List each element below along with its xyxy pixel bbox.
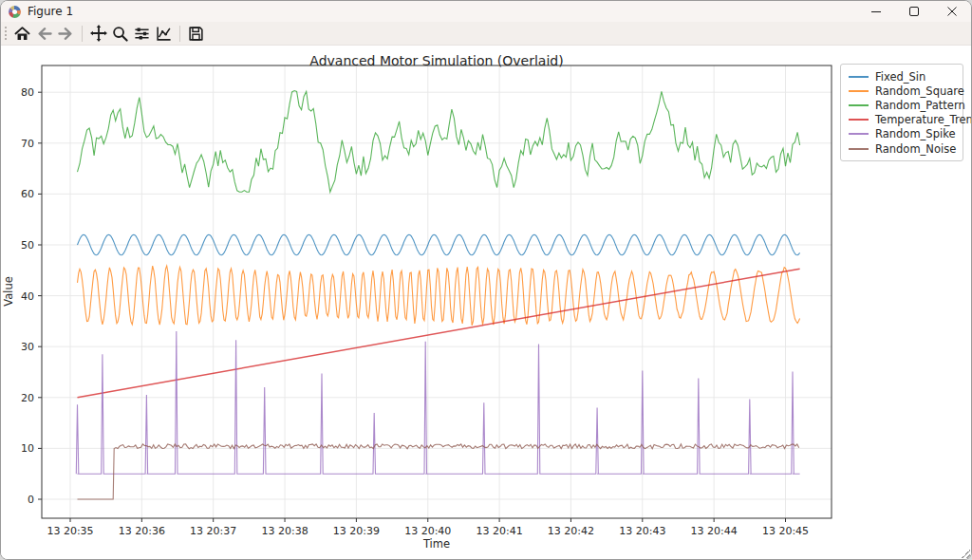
line-chart-icon (156, 26, 172, 42)
toolbar-drag-handle[interactable] (4, 26, 8, 41)
figure-canvas: Advanced Motor Simulation (Overlaid) 13 … (1, 46, 972, 560)
x-tick-label: 13 20:36 (119, 525, 165, 537)
legend-swatch (849, 119, 869, 121)
legend-item: Random_Noise (849, 141, 956, 156)
x-tick-label: 13 20:41 (476, 525, 522, 537)
grid (42, 65, 832, 518)
legend-item: Random_Spike (849, 127, 956, 141)
x-tick-label: 13 20:44 (691, 525, 738, 537)
y-tick-label: 80 (21, 86, 34, 99)
forward-arrow-icon (58, 26, 74, 42)
close-icon (947, 7, 957, 16)
axes-spines (42, 65, 832, 518)
minimize-button[interactable] (857, 1, 895, 22)
resize-grip[interactable] (962, 550, 970, 558)
series-Random_Noise (78, 444, 799, 499)
series-Temperature_Trend (78, 269, 800, 398)
x-tick-label: 13 20:39 (333, 525, 380, 537)
home-button[interactable] (12, 24, 32, 44)
x-tick-label: 13 20:43 (619, 525, 665, 537)
save-button[interactable] (186, 24, 206, 44)
pan-button[interactable] (88, 24, 108, 44)
x-axis-label: Time (42, 537, 832, 551)
forward-button[interactable] (56, 24, 76, 44)
figure-window: Figure 1 (0, 0, 972, 560)
floppy-disk-icon (188, 26, 204, 42)
y-tick-label: 60 (21, 188, 34, 200)
titlebar[interactable]: Figure 1 (1, 1, 971, 22)
x-tick-label: 13 20:40 (404, 525, 451, 537)
window-title: Figure 1 (28, 5, 73, 18)
y-axis-label: Value (2, 177, 15, 405)
configure-subplots-button[interactable] (132, 24, 152, 44)
series-Random_Pattern (78, 91, 800, 193)
matplotlib-logo-icon (9, 6, 21, 18)
legend-item: Temperature_Trend (849, 113, 956, 127)
axis-ticks: 13 20:3513 20:3613 20:3713 20:3813 20:39… (21, 86, 809, 537)
x-tick-label: 13 20:38 (261, 525, 308, 537)
toolbar-separator (82, 26, 83, 42)
zoom-button[interactable] (110, 24, 130, 44)
y-tick-label: 30 (21, 341, 34, 353)
series-lines (76, 91, 799, 500)
y-tick-label: 0 (28, 494, 34, 506)
y-tick-label: 10 (21, 442, 34, 455)
x-tick-label: 13 20:45 (762, 525, 809, 537)
x-tick-label: 13 20:37 (190, 525, 236, 537)
y-tick-label: 40 (21, 290, 34, 303)
magnifier-icon (112, 26, 128, 42)
series-Random_Spike (76, 331, 799, 474)
edit-axes-button[interactable] (154, 24, 174, 44)
y-tick-label: 70 (21, 138, 34, 150)
maximize-button[interactable] (895, 1, 933, 22)
legend-swatch (849, 148, 869, 150)
y-tick-label: 50 (21, 239, 34, 252)
pan-icon (90, 25, 107, 42)
sliders-icon (134, 26, 150, 42)
chart-title: Advanced Motor Simulation (Overlaid) (42, 53, 832, 68)
minimize-icon (871, 7, 881, 16)
back-arrow-icon (36, 26, 52, 42)
toolbar-separator (179, 26, 180, 42)
maximize-icon (909, 7, 919, 16)
close-button[interactable] (933, 1, 971, 22)
legend-swatch (849, 104, 869, 106)
legend-item: Random_Pattern (849, 98, 956, 112)
navigation-toolbar (1, 22, 971, 46)
legend-swatch (849, 90, 869, 92)
home-icon (14, 26, 30, 42)
legend-swatch (849, 76, 869, 78)
y-tick-label: 20 (21, 392, 34, 404)
x-tick-label: 13 20:42 (548, 525, 594, 537)
legend-item: Random_Square (849, 84, 956, 98)
back-button[interactable] (34, 24, 54, 44)
x-tick-label: 13 20:35 (47, 525, 93, 537)
legend: Fixed_Sin Random_Square Random_Pattern T… (840, 64, 963, 161)
legend-swatch (849, 133, 869, 135)
legend-item: Fixed_Sin (849, 69, 956, 84)
plot-canvas[interactable]: 13 20:3513 20:3613 20:3713 20:3813 20:39… (1, 46, 972, 560)
